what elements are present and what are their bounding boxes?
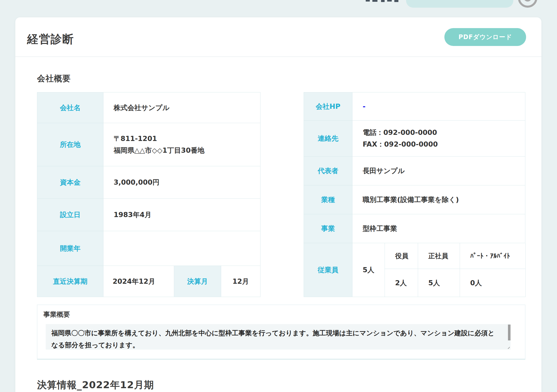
business-summary-textarea[interactable]: 福岡県〇〇市に事業所を構えており、九州北部を中心に型枠工事業を行っております。施… xyxy=(46,324,511,350)
founded-value: 1983年4月 xyxy=(103,199,260,231)
row-label: 資本金 xyxy=(37,166,103,199)
closing-month-value: 12月 xyxy=(221,266,260,297)
company-contact-table: 会社HP - 連絡先 電話：092-000-0000 FAX：092-000-0… xyxy=(304,92,525,297)
table-row: 設立日 1983年4月 xyxy=(37,199,260,231)
row-label: 直近決算期 xyxy=(37,266,103,297)
employees-fulltime-value: 5人 xyxy=(418,269,460,297)
topbar xyxy=(0,0,557,12)
business-value: 型枠工事業 xyxy=(352,214,525,243)
industry-value: 職別工事業(設備工事業を除く) xyxy=(352,185,525,214)
truncated-text-fragment xyxy=(381,0,385,2)
employees-total-value: 5人 xyxy=(352,243,385,297)
row-label: 開業年 xyxy=(37,231,103,266)
screen: 経営診断 PDFダウンロード 会社概要 会社名 株式会社サンプル 所在地 〒81… xyxy=(0,0,557,392)
financial-info-heading: 決算情報_2022年12月期 xyxy=(37,378,154,391)
address-line: 福岡県△△市◇◇1丁目30番地 xyxy=(114,145,204,156)
employees-col-officers: 役員 xyxy=(385,243,418,269)
table-row: 所在地 〒811-1201 福岡県△△市◇◇1丁目30番地 xyxy=(37,123,260,166)
table-row: 事業 型枠工事業 xyxy=(304,214,525,243)
contact-value: 電話：092-000-0000 FAX：092-000-0000 xyxy=(352,121,525,157)
table-row: 業種 職別工事業(設備工事業を除く) xyxy=(304,185,525,214)
employees-parttime-value: 0人 xyxy=(460,269,526,297)
row-label: 従業員 xyxy=(304,243,352,297)
pdf-download-button[interactable]: PDFダウンロード xyxy=(444,28,526,46)
row-label: 所在地 xyxy=(37,123,103,166)
employees-col-parttime: ﾊﾟｰﾄ・ｱﾙﾊﾞｲﾄ xyxy=(460,243,526,269)
postal-code: 〒811-1201 xyxy=(114,133,157,145)
truncated-text-fragment xyxy=(387,0,392,2)
employees-col-fulltime: 正社員 xyxy=(418,243,460,269)
textarea-scrollbar-thumb[interactable] xyxy=(508,325,511,340)
table-row: 会社HP - xyxy=(304,92,525,121)
fax-number: FAX：092-000-0000 xyxy=(363,138,438,150)
address-value: 〒811-1201 福岡県△△市◇◇1丁目30番地 xyxy=(103,123,260,166)
truncated-text-fragment xyxy=(366,0,370,2)
table-row: 連絡先 電話：092-000-0000 FAX：092-000-0000 xyxy=(304,121,525,157)
table-row: 直近決算期 2024年12月 決算月 12月 xyxy=(37,266,260,297)
representative-value: 長田サンプル xyxy=(352,157,525,185)
page-title: 経営診断 xyxy=(27,32,74,47)
opening-year-value xyxy=(103,231,260,266)
capital-value: 3,000,000円 xyxy=(103,166,260,199)
row-label: 設立日 xyxy=(37,199,103,231)
row-label: 事業 xyxy=(304,214,352,243)
row-label: 会社名 xyxy=(37,92,103,123)
company-basic-table: 会社名 株式会社サンプル 所在地 〒811-1201 福岡県△△市◇◇1丁目30… xyxy=(37,92,260,297)
table-row: 代表者 長田サンプル xyxy=(304,157,525,185)
company-overview-heading: 会社概要 xyxy=(37,73,71,84)
employees-officers-value: 2人 xyxy=(385,269,418,297)
row-label: 連絡先 xyxy=(304,121,352,157)
table-row: 開業年 xyxy=(37,231,260,266)
row-label: 会社HP xyxy=(304,92,352,121)
topbar-select-pill[interactable] xyxy=(406,0,513,8)
company-hp-link[interactable]: - xyxy=(352,92,525,121)
phone-number: 電話：092-000-0000 xyxy=(363,127,437,138)
employees-subtable: 従業員 5人 役員 正社員 ﾊﾟｰﾄ・ｱﾙﾊﾞｲﾄ 2人 5人 0人 xyxy=(304,243,525,297)
company-name-value: 株式会社サンプル xyxy=(103,92,260,123)
business-summary-box: 事業概要 福岡県〇〇市に事業所を構えており、九州北部を中心に型枠工事業を行ってお… xyxy=(37,305,525,360)
table-row: 資本金 3,000,000円 xyxy=(37,166,260,199)
row-label: 代表者 xyxy=(304,157,352,185)
truncated-text-fragment xyxy=(372,0,377,2)
main-card: 経営診断 PDFダウンロード 会社概要 会社名 株式会社サンプル 所在地 〒81… xyxy=(15,17,541,392)
business-summary-label: 事業概要 xyxy=(43,310,70,319)
header-divider xyxy=(15,56,541,57)
row-label: 決算月 xyxy=(174,266,221,297)
table-row: 会社名 株式会社サンプル xyxy=(37,92,260,123)
truncated-text-fragment xyxy=(394,0,398,2)
row-label: 業種 xyxy=(304,185,352,214)
latest-fiscal-term-value: 2024年12月 xyxy=(103,266,174,297)
